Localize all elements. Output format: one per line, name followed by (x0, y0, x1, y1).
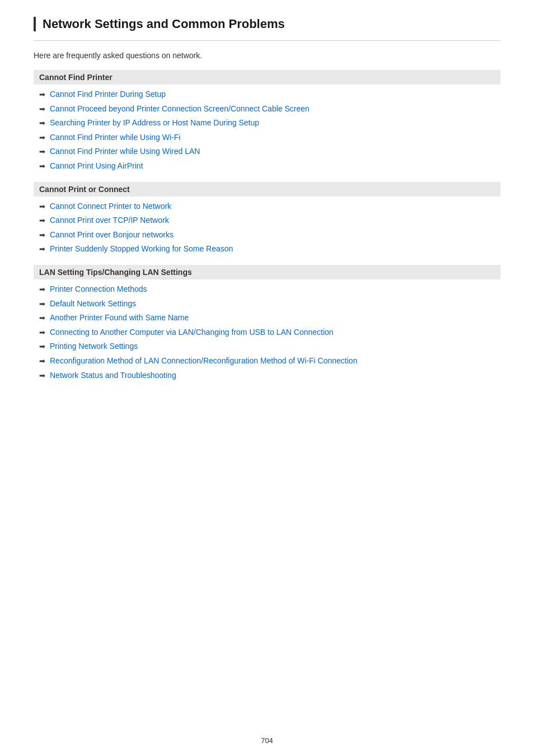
list-item: ➡ Searching Printer by IP Address or Hos… (39, 118, 500, 129)
list-item: ➡ Default Network Settings (39, 298, 500, 310)
link-network-status-troubleshooting[interactable]: Network Status and Troubleshooting (50, 370, 176, 381)
arrow-icon: ➡ (39, 299, 45, 309)
link-cannot-print-airprint[interactable]: Cannot Print Using AirPrint (50, 161, 143, 172)
list-item: ➡ Connecting to Another Computer via LAN… (39, 327, 500, 338)
list-item: ➡ Cannot Print Using AirPrint (39, 161, 500, 172)
list-item: ➡ Cannot Proceed beyond Printer Connecti… (39, 104, 500, 115)
list-item: ➡ Cannot Find Printer while Using Wired … (39, 146, 500, 157)
list-item: ➡ Cannot Print over Bonjour networks (39, 230, 500, 241)
arrow-icon: ➡ (39, 161, 45, 171)
list-item: ➡ Network Status and Troubleshooting (39, 370, 500, 381)
arrow-icon: ➡ (39, 216, 45, 226)
arrow-icon: ➡ (39, 133, 45, 143)
title-divider (34, 40, 500, 41)
section-header-lan-settings: LAN Setting Tips/Changing LAN Settings (34, 265, 500, 279)
link-searching-by-ip[interactable]: Searching Printer by IP Address or Host … (50, 118, 259, 129)
list-item: ➡ Printer Connection Methods (39, 284, 500, 295)
link-another-printer-same-name[interactable]: Another Printer Found with Same Name (50, 312, 189, 324)
arrow-icon: ➡ (39, 328, 45, 338)
page-title: Network Settings and Common Problems (43, 17, 500, 31)
link-list-lan-settings: ➡ Printer Connection Methods ➡ Default N… (34, 284, 500, 381)
link-printer-suddenly-stopped[interactable]: Printer Suddenly Stopped Working for Som… (50, 244, 233, 255)
page-container: Network Settings and Common Problems Her… (0, 0, 534, 424)
list-item: ➡ Reconfiguration Method of LAN Connecti… (39, 356, 500, 367)
arrow-icon: ➡ (39, 356, 45, 366)
link-list-cannot-print-connect: ➡ Cannot Connect Printer to Network ➡ Ca… (34, 201, 500, 255)
link-cannot-proceed-beyond[interactable]: Cannot Proceed beyond Printer Connection… (50, 104, 310, 115)
link-default-network-settings[interactable]: Default Network Settings (50, 298, 136, 310)
arrow-icon: ➡ (39, 284, 45, 295)
link-cannot-print-bonjour[interactable]: Cannot Print over Bonjour networks (50, 230, 174, 241)
link-reconfiguration-method[interactable]: Reconfiguration Method of LAN Connection… (50, 356, 357, 367)
page-title-section: Network Settings and Common Problems (34, 17, 500, 31)
list-item: ➡ Cannot Find Printer while Using Wi-Fi (39, 132, 500, 143)
arrow-icon: ➡ (39, 313, 45, 323)
link-cannot-find-wifi[interactable]: Cannot Find Printer while Using Wi-Fi (50, 132, 180, 143)
link-cannot-find-during-setup[interactable]: Cannot Find Printer During Setup (50, 89, 166, 100)
arrow-icon: ➡ (39, 104, 45, 114)
arrow-icon: ➡ (39, 342, 45, 352)
link-printing-network-settings[interactable]: Printing Network Settings (50, 341, 138, 352)
arrow-icon: ➡ (39, 202, 45, 212)
list-item: ➡ Printer Suddenly Stopped Working for S… (39, 244, 500, 255)
list-item: ➡ Cannot Find Printer During Setup (39, 89, 500, 100)
arrow-icon: ➡ (39, 371, 45, 381)
list-item: ➡ Another Printer Found with Same Name (39, 312, 500, 324)
section-header-cannot-find: Cannot Find Printer (34, 70, 500, 85)
page-number: 704 (261, 736, 273, 745)
link-cannot-find-wired-lan[interactable]: Cannot Find Printer while Using Wired LA… (50, 146, 200, 157)
list-item: ➡ Printing Network Settings (39, 341, 500, 352)
intro-text: Here are frequently asked questions on n… (34, 51, 500, 60)
link-printer-connection-methods[interactable]: Printer Connection Methods (50, 284, 147, 295)
arrow-icon: ➡ (39, 118, 45, 128)
link-connecting-another-computer[interactable]: Connecting to Another Computer via LAN/C… (50, 327, 334, 338)
link-cannot-print-tcpip[interactable]: Cannot Print over TCP/IP Network (50, 215, 169, 226)
list-item: ➡ Cannot Print over TCP/IP Network (39, 215, 500, 226)
link-list-cannot-find: ➡ Cannot Find Printer During Setup ➡ Can… (34, 89, 500, 172)
list-item: ➡ Cannot Connect Printer to Network (39, 201, 500, 212)
link-cannot-connect-printer-network[interactable]: Cannot Connect Printer to Network (50, 201, 171, 212)
arrow-icon: ➡ (39, 90, 45, 100)
arrow-icon: ➡ (39, 244, 45, 254)
arrow-icon: ➡ (39, 147, 45, 157)
arrow-icon: ➡ (39, 230, 45, 240)
section-header-cannot-print-connect: Cannot Print or Connect (34, 182, 500, 197)
